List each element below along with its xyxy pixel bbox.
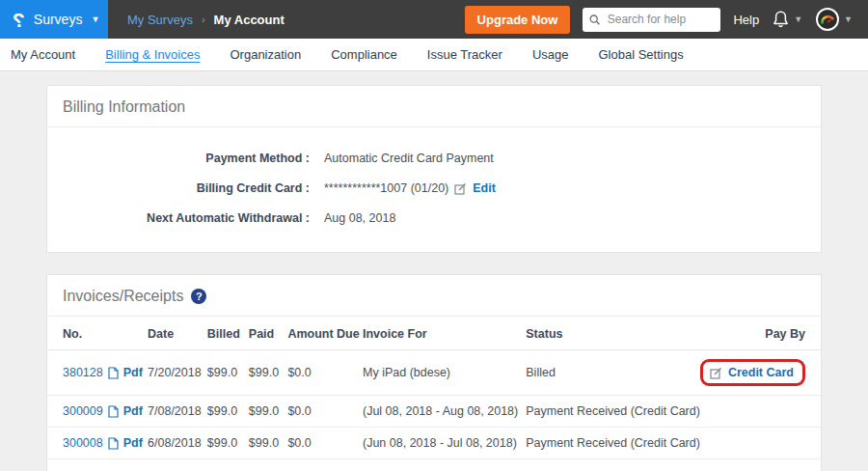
help-icon[interactable]: ? xyxy=(191,289,206,304)
billing-credit-card-value: ************1007 (01/20) Edit xyxy=(324,181,496,195)
col-no: No. xyxy=(47,317,148,350)
edit-icon xyxy=(454,182,467,195)
payment-method-row: Payment Method : Automatic Credit Card P… xyxy=(47,152,821,165)
invoice-date: 7/08/2018 xyxy=(148,396,207,428)
billing-information-title: Billing Information xyxy=(47,86,821,127)
account-menu[interactable]: ▼ xyxy=(815,7,853,32)
breadcrumb-current: My Account xyxy=(214,13,285,27)
product-menu-label[interactable]: Surveys xyxy=(34,12,83,27)
billing-information-body: Payment Method : Automatic Credit Card P… xyxy=(47,127,821,252)
pdf-file-icon[interactable] xyxy=(108,437,119,450)
invoices-receipts-title: Invoices/Receipts xyxy=(63,288,183,305)
invoice-number-link[interactable]: 380128 xyxy=(63,366,103,379)
billing-credit-card-label: Billing Credit Card : xyxy=(47,181,310,195)
help-search-box[interactable] xyxy=(583,8,720,32)
col-status: Status xyxy=(526,317,700,350)
pdf-file-icon[interactable] xyxy=(108,367,119,379)
edit-card-link[interactable]: Edit xyxy=(473,181,496,195)
breadcrumb-my-surveys[interactable]: My Surveys xyxy=(127,13,193,27)
col-paid: Paid xyxy=(249,317,288,350)
table-row: 380128 Pdf 7/20/2018 $99.0 $99.0 $0.0 My… xyxy=(47,350,821,396)
product-switcher[interactable]: ? Surveys ▼ xyxy=(0,0,108,39)
invoice-for: (Jul 08, 2018 - Aug 08, 2018) xyxy=(363,396,526,428)
billing-credit-card-row: Billing Credit Card : ************1007 (… xyxy=(47,181,821,195)
top-header: ? Surveys ▼ My Surveys › My Account Upgr… xyxy=(0,0,868,39)
chevron-down-icon: ▼ xyxy=(844,15,853,24)
tab-organization[interactable]: Organization xyxy=(230,47,301,62)
invoice-status: Payment Received (Credit Card) xyxy=(526,428,700,459)
invoice-billed: $99.0 xyxy=(207,350,249,396)
tab-billing-invoices[interactable]: Billing & Invoices xyxy=(105,47,200,62)
invoices-receipts-panel: Invoices/Receipts ? No. Date Billed Paid… xyxy=(46,274,822,471)
invoice-billed: $99.0 xyxy=(207,396,249,428)
upgrade-now-button[interactable]: Upgrade Now xyxy=(465,6,571,34)
masked-card-number: ************1007 (01/20) xyxy=(324,181,448,195)
billing-information-panel: Billing Information Payment Method : Aut… xyxy=(46,85,822,253)
tab-issue-tracker[interactable]: Issue Tracker xyxy=(427,47,502,62)
table-row: 300008 Pdf 6/08/2018 $99.0 $99.0 $0.0 (J… xyxy=(47,428,821,459)
breadcrumb: My Surveys › My Account xyxy=(127,13,285,27)
next-withdrawal-label: Next Automatic Withdrawal : xyxy=(47,211,310,225)
col-pay-by: Pay By xyxy=(700,317,821,350)
invoice-date: 6/08/2018 xyxy=(148,428,207,459)
invoice-paid: $99.0 xyxy=(249,350,288,396)
invoice-amount-due: $0.0 xyxy=(287,428,363,459)
next-withdrawal-value: Aug 08, 2018 xyxy=(324,211,395,225)
credit-card-highlight-annotation: Credit Card xyxy=(700,359,805,386)
invoice-for: (Jun 08, 2018 - Jul 08, 2018) xyxy=(363,428,526,459)
account-nav-tabs: My Account Billing & Invoices Organizati… xyxy=(0,39,868,71)
tab-global-settings[interactable]: Global Settings xyxy=(598,47,683,62)
invoice-amount-due: $0.0 xyxy=(287,396,363,428)
pdf-link[interactable]: Pdf xyxy=(123,404,143,418)
invoice-amount-due: $0.0 xyxy=(287,350,363,396)
help-link[interactable]: Help xyxy=(733,13,759,27)
panel-bottom-spacer xyxy=(47,459,821,471)
next-withdrawal-row: Next Automatic Withdrawal : Aug 08, 2018 xyxy=(47,211,821,225)
invoice-status: Payment Received (Credit Card) xyxy=(526,396,700,428)
invoice-for: My iPad (bdese) xyxy=(363,350,526,396)
notifications-menu[interactable]: ▼ xyxy=(772,10,802,29)
tab-compliance[interactable]: Compliance xyxy=(331,47,397,62)
chevron-down-icon: ▼ xyxy=(794,15,802,24)
chevron-down-icon: ▼ xyxy=(91,15,99,24)
invoice-paid: $99.0 xyxy=(249,396,288,428)
payment-method-value: Automatic Credit Card Payment xyxy=(324,152,494,165)
col-amount-due: Amount Due xyxy=(287,317,363,350)
col-date: Date xyxy=(148,317,207,350)
tab-usage[interactable]: Usage xyxy=(532,47,569,62)
breadcrumb-separator-icon: › xyxy=(202,14,205,25)
col-billed: Billed xyxy=(207,317,249,350)
page-content: Billing Information Payment Method : Aut… xyxy=(0,71,868,471)
pay-by-credit-card-link[interactable]: Credit Card xyxy=(728,366,794,379)
col-invoice-for: Invoice For xyxy=(363,317,526,350)
invoice-billed: $99.0 xyxy=(207,428,249,459)
invoice-status: Billed xyxy=(526,350,700,396)
questionpro-logo-icon: ? xyxy=(13,10,25,30)
search-input[interactable] xyxy=(606,12,715,27)
pdf-link[interactable]: Pdf xyxy=(123,366,143,379)
invoice-number-link[interactable]: 300009 xyxy=(63,404,103,418)
bell-icon xyxy=(772,10,790,29)
invoices-receipts-header: Invoices/Receipts ? xyxy=(47,275,821,317)
edit-icon xyxy=(710,367,722,379)
invoices-table: No. Date Billed Paid Amount Due Invoice … xyxy=(47,317,821,459)
search-icon xyxy=(589,14,600,26)
payment-method-label: Payment Method : xyxy=(47,152,310,165)
pdf-file-icon[interactable] xyxy=(108,405,119,418)
tab-my-account[interactable]: My Account xyxy=(11,47,75,62)
header-actions: Upgrade Now Help ▼ xyxy=(465,6,868,34)
table-header-row: No. Date Billed Paid Amount Due Invoice … xyxy=(47,317,821,350)
invoice-date: 7/20/2018 xyxy=(148,350,207,396)
pdf-link[interactable]: Pdf xyxy=(123,436,143,450)
invoice-number-link[interactable]: 300008 xyxy=(63,436,103,450)
invoice-paid: $99.0 xyxy=(249,428,288,459)
avatar xyxy=(815,7,840,32)
table-row: 300009 Pdf 7/08/2018 $99.0 $99.0 $0.0 (J… xyxy=(47,396,821,428)
